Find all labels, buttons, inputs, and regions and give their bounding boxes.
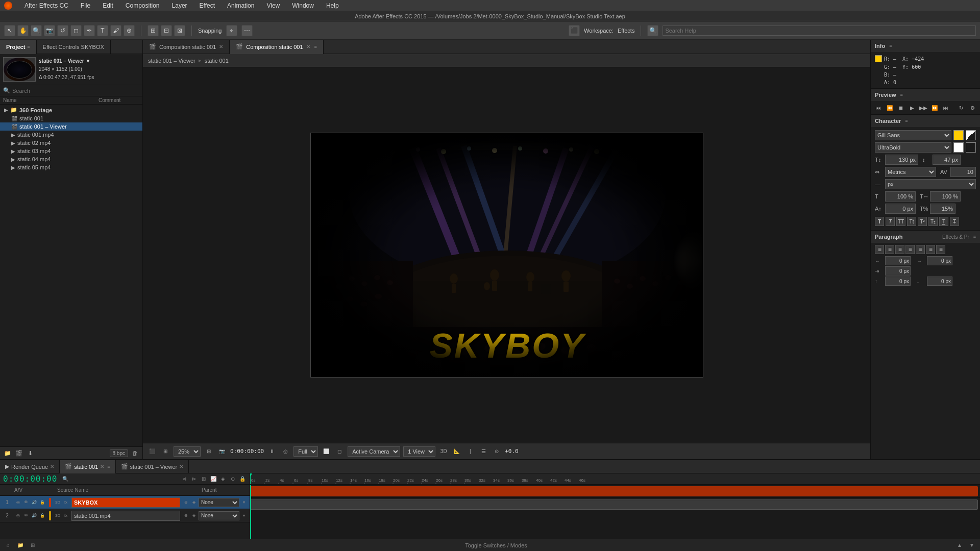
zoom-select[interactable]: 25% bbox=[174, 446, 201, 457]
frame-advance-btn[interactable]: ⏸ bbox=[267, 446, 277, 457]
preview-loop[interactable]: ↻ bbox=[957, 103, 966, 112]
timecode-search-icon[interactable]: 🔍 bbox=[61, 475, 69, 483]
tool-text[interactable]: T bbox=[97, 25, 108, 36]
layer-2-visible[interactable]: 👁 bbox=[22, 512, 30, 519]
timeline-graph-editor[interactable]: 📈 bbox=[209, 475, 217, 483]
playhead[interactable] bbox=[250, 485, 251, 539]
ruler-btn[interactable]: 📐 bbox=[452, 446, 462, 457]
align-center[interactable]: ☰ bbox=[885, 245, 894, 254]
timeline-tab-viewer-close[interactable]: ✕ bbox=[179, 464, 183, 469]
snapping-toggle[interactable]: ⌖ bbox=[226, 25, 237, 36]
fit-btn[interactable]: ⊟ bbox=[204, 446, 214, 457]
font-family-select[interactable]: Gill Sans bbox=[875, 130, 951, 140]
status-down-btn[interactable]: ▼ bbox=[968, 541, 976, 549]
region-of-interest-btn[interactable]: ◻ bbox=[334, 446, 345, 457]
layer-1-parent-select[interactable]: None bbox=[199, 498, 239, 507]
tool-camera[interactable]: 📷 bbox=[44, 25, 55, 36]
layer-2-lock[interactable]: 🔒 bbox=[39, 512, 46, 519]
tab-effect-controls[interactable]: Effect Controls SKYBOX bbox=[37, 40, 111, 54]
style-bold[interactable]: T bbox=[875, 217, 884, 226]
menu-file[interactable]: File bbox=[79, 1, 92, 10]
status-compose-btn[interactable]: ⊞ bbox=[29, 541, 37, 549]
timeline-tab-menu[interactable]: ≡ bbox=[107, 464, 110, 469]
preview-settings[interactable]: ⚙ bbox=[968, 103, 977, 112]
tool-distribute[interactable]: ⊟ bbox=[161, 25, 172, 36]
layer-2-parent-icon[interactable]: ⊕ bbox=[182, 512, 189, 519]
style-strikethrough[interactable]: T bbox=[950, 217, 959, 226]
layer-2-audio[interactable]: 🔊 bbox=[31, 512, 38, 519]
search-input[interactable] bbox=[663, 26, 976, 36]
layer-1-3d[interactable]: 3D bbox=[54, 499, 61, 506]
style-super[interactable]: T² bbox=[918, 217, 927, 226]
info-header[interactable]: Info ≡ bbox=[871, 40, 980, 52]
timeline-tab-viewer[interactable]: 🎬 static 001 – Viewer ✕ bbox=[116, 460, 189, 473]
layer-2-fx[interactable]: fx bbox=[62, 512, 69, 519]
comp-tab-2[interactable]: 🎬 Composition static 001 ✕ ≡ bbox=[230, 40, 324, 54]
layer-1-audio[interactable]: 🔊 bbox=[31, 499, 38, 506]
track-2-clip[interactable] bbox=[250, 499, 978, 510]
preview-first-frame[interactable]: ⏮ bbox=[874, 103, 883, 112]
timeline-tab-static-close[interactable]: ✕ bbox=[100, 464, 104, 469]
units-select[interactable]: px bbox=[885, 179, 976, 189]
tsukuri-input[interactable] bbox=[930, 204, 955, 214]
transparency-grid-btn[interactable]: ⬜ bbox=[321, 446, 331, 457]
comp-tab-menu-2[interactable]: ≡ bbox=[314, 44, 317, 49]
menu-view[interactable]: View bbox=[264, 1, 282, 10]
timeline-tab-render[interactable]: ▶ Render Queue ✕ bbox=[0, 460, 60, 473]
font-style-select[interactable]: UltraBold bbox=[875, 142, 951, 153]
text-bg-box[interactable] bbox=[966, 142, 976, 153]
menu-edit[interactable]: Edit bbox=[101, 1, 115, 10]
timeline-prev-frame[interactable]: ⊲ bbox=[180, 475, 188, 483]
views-select[interactable]: 1 View bbox=[403, 446, 435, 457]
timeline-solo[interactable]: ⊙ bbox=[229, 475, 237, 483]
text-fill-box[interactable] bbox=[953, 142, 964, 153]
tool-anchor[interactable]: ⊠ bbox=[174, 25, 185, 36]
project-search-input[interactable] bbox=[12, 88, 139, 94]
file-static-05-mp4[interactable]: ▶ static 05.mp4 bbox=[0, 163, 142, 171]
layer-1-row[interactable]: 1 ◎ 👁 🔊 🔒 3D fx SKYBOX ⊕ ◈ bbox=[0, 496, 250, 509]
comp-tab-1[interactable]: 🎬 Composition static 001 ✕ bbox=[143, 40, 230, 54]
menu-effect[interactable]: Effect bbox=[198, 1, 217, 10]
tool-brush[interactable]: 🖌 bbox=[110, 25, 121, 36]
file-static-02-mp4[interactable]: ▶ static 02.mp4 bbox=[0, 139, 142, 147]
preview-prev-frame[interactable]: ⏪ bbox=[885, 103, 894, 112]
info-color-swatch[interactable] bbox=[875, 55, 882, 62]
style-caps[interactable]: TT bbox=[896, 217, 905, 226]
layer-2-parent-dropdown[interactable]: ▾ bbox=[240, 512, 248, 519]
workspace-icon[interactable]: ⬛ bbox=[569, 25, 580, 36]
menu-composition[interactable]: Composition bbox=[124, 1, 162, 10]
overlay-btn[interactable]: ☰ bbox=[478, 446, 488, 457]
tool-align[interactable]: ⊞ bbox=[148, 25, 159, 36]
guide-btn[interactable]: | bbox=[465, 446, 475, 457]
menu-window[interactable]: Window bbox=[290, 1, 316, 10]
align-justify-last-left[interactable]: ☰ bbox=[916, 245, 925, 254]
file-static-001-viewer[interactable]: 🎬 static 001 – Viewer bbox=[0, 122, 142, 131]
status-home-btn[interactable]: ⌂ bbox=[4, 541, 12, 549]
style-sub[interactable]: T₂ bbox=[928, 217, 938, 226]
style-underline[interactable]: T bbox=[939, 217, 948, 226]
align-justify[interactable]: ☰ bbox=[905, 245, 915, 254]
paragraph-header[interactable]: Paragraph Effects & Pr ≡ bbox=[871, 231, 980, 243]
align-right[interactable]: ☰ bbox=[895, 245, 904, 254]
layer-1-fx[interactable]: fx bbox=[62, 499, 69, 506]
text-stroke-box[interactable] bbox=[966, 130, 976, 140]
timeline-set-work-area[interactable]: ⊞ bbox=[200, 475, 208, 483]
always-preview-btn[interactable]: ⬛ bbox=[147, 446, 157, 457]
exposure-value[interactable]: +0.0 bbox=[505, 448, 519, 455]
layer-2-row[interactable]: 2 ◎ 👁 🔊 🔒 3D fx static 001.mp4 ⊕ ◈ bbox=[0, 509, 250, 522]
toggle-switches-label[interactable]: Toggle Switches / Modes bbox=[465, 542, 527, 548]
character-header[interactable]: Character ≡ bbox=[871, 115, 980, 127]
layer-2-3d[interactable]: 3D bbox=[54, 512, 61, 519]
layer-1-parent-dropdown[interactable]: ▾ bbox=[240, 499, 248, 506]
tool-hand[interactable]: ✋ bbox=[17, 25, 29, 36]
motion-blur-btn[interactable]: ◎ bbox=[280, 446, 290, 457]
menu-layer[interactable]: Layer bbox=[170, 1, 189, 10]
timeline-tracks[interactable] bbox=[250, 485, 980, 539]
para-right-indent[interactable] bbox=[927, 256, 952, 265]
search-icon[interactable]: 🔍 bbox=[647, 25, 658, 36]
file-static-03-mp4[interactable]: ▶ static 03.mp4 bbox=[0, 147, 142, 155]
track-1-clip[interactable] bbox=[250, 486, 978, 496]
tool-zoom[interactable]: 🔍 bbox=[31, 25, 42, 36]
comp-tab-close-1[interactable]: ✕ bbox=[219, 44, 223, 49]
grid-overlay-btn[interactable]: ⊞ bbox=[160, 446, 170, 457]
